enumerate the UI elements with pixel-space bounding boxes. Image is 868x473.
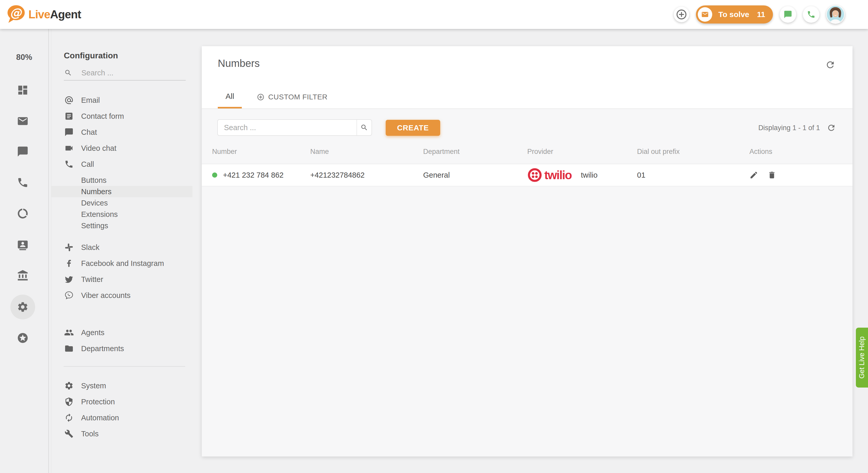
sidebar-item-extensions[interactable]: Extensions bbox=[52, 209, 192, 220]
bank-icon bbox=[17, 270, 29, 281]
sidebar-item-chat[interactable]: Chat bbox=[52, 124, 192, 140]
sidebar-item-protection[interactable]: Protection bbox=[52, 394, 192, 410]
sidebar-item-automation[interactable]: Automation bbox=[52, 410, 192, 426]
usage-percent: 80% bbox=[0, 53, 48, 62]
avatar-image bbox=[826, 5, 845, 24]
envelope-icon bbox=[17, 115, 29, 127]
sidebar-item-facebook-instagram[interactable]: Facebook and Instagram bbox=[52, 255, 192, 271]
item-label: Call bbox=[81, 160, 94, 169]
item-label: System bbox=[81, 382, 106, 390]
item-label: Video chat bbox=[81, 144, 117, 153]
sidebar-item-agents[interactable]: Agents bbox=[52, 325, 192, 341]
column-actions: Actions bbox=[749, 148, 842, 156]
rail-configuration[interactable] bbox=[10, 295, 35, 319]
sidebar-item-video-chat[interactable]: Video chat bbox=[52, 140, 192, 156]
user-avatar[interactable] bbox=[826, 5, 845, 24]
table-search-input[interactable] bbox=[218, 120, 356, 135]
rail-customers[interactable] bbox=[10, 233, 35, 258]
to-solve-label: To solve bbox=[718, 10, 749, 19]
row-provider: twilio bbox=[581, 171, 597, 179]
sidebar-item-devices[interactable]: Devices bbox=[52, 197, 192, 209]
envelope-icon bbox=[701, 10, 709, 18]
rail-tickets[interactable] bbox=[10, 109, 35, 133]
sidebar-item-departments[interactable]: Departments bbox=[52, 341, 192, 357]
to-solve-badge[interactable]: To solve 11 bbox=[696, 5, 773, 24]
sidebar-item-contact-form[interactable]: Contact form bbox=[52, 108, 192, 124]
row-department: General bbox=[423, 171, 527, 179]
facebook-icon bbox=[64, 259, 74, 268]
search-submit[interactable] bbox=[356, 120, 371, 135]
table-row[interactable]: +421 232 784 862 +421232784862 General t… bbox=[202, 164, 852, 187]
actions-cell bbox=[749, 171, 842, 179]
data-usage-icon bbox=[17, 208, 29, 219]
refresh-button[interactable] bbox=[825, 60, 835, 70]
panel-divider bbox=[64, 366, 185, 367]
rail-dashboard[interactable] bbox=[10, 78, 35, 102]
sidebar-item-tools[interactable]: Tools bbox=[52, 426, 192, 442]
refresh-icon[interactable] bbox=[827, 123, 836, 132]
item-label: Numbers bbox=[81, 188, 112, 196]
table-search bbox=[217, 119, 372, 136]
sidebar-item-buttons[interactable]: Buttons bbox=[52, 174, 192, 186]
sidebar-item-slack[interactable]: Slack bbox=[52, 239, 192, 255]
dashboard-icon bbox=[17, 84, 29, 96]
item-label: Twitter bbox=[81, 275, 103, 284]
page-title: Numbers bbox=[218, 58, 259, 69]
twilio-mark-icon bbox=[527, 168, 542, 182]
tab-all[interactable]: All bbox=[218, 92, 242, 109]
sidebar-item-twitter[interactable]: Twitter bbox=[52, 271, 192, 288]
sidebar-item-system[interactable]: System bbox=[52, 378, 192, 394]
to-solve-envelope-circle bbox=[698, 7, 712, 22]
at-email-icon bbox=[64, 96, 74, 105]
chat-bubble-icon bbox=[64, 128, 74, 137]
table-header: Number Name Department Provider Dial out… bbox=[202, 139, 852, 164]
sidebar-item-settings[interactable]: Settings bbox=[52, 220, 192, 231]
column-department: Department bbox=[423, 148, 527, 156]
rail-chats[interactable] bbox=[10, 139, 35, 164]
item-label: Devices bbox=[81, 199, 108, 207]
item-label: Tools bbox=[81, 430, 99, 438]
sidebar-item-numbers[interactable]: Numbers bbox=[52, 186, 192, 197]
item-label: Settings bbox=[81, 222, 108, 230]
sidebar-item-email[interactable]: Email bbox=[52, 92, 192, 108]
twitter-icon bbox=[64, 275, 74, 284]
provider-cell: twilio twilio bbox=[527, 168, 637, 182]
logo-live-text: Live bbox=[28, 8, 50, 21]
logo-wordmark: LiveAgent bbox=[28, 8, 81, 21]
wrench-icon bbox=[64, 429, 74, 438]
card-body: CREATE Displaying 1 - 1 of 1 Number Name… bbox=[202, 109, 852, 457]
star-circle-icon bbox=[17, 332, 29, 344]
folder-icon bbox=[64, 344, 74, 353]
get-live-help-label: Get Live Help bbox=[858, 336, 866, 379]
delete-trash-icon[interactable] bbox=[768, 171, 776, 179]
config-search-input[interactable] bbox=[82, 69, 180, 77]
number-cell: +421 232 784 862 bbox=[212, 171, 310, 179]
slack-icon bbox=[64, 243, 74, 252]
chat-bubble-icon bbox=[783, 10, 792, 19]
create-button[interactable]: CREATE bbox=[386, 120, 440, 136]
viber-icon bbox=[64, 291, 74, 300]
document-icon bbox=[64, 111, 74, 121]
people-icon bbox=[64, 328, 74, 337]
chats-button[interactable] bbox=[780, 6, 796, 23]
get-live-help-tab[interactable]: Get Live Help bbox=[856, 328, 868, 387]
item-label: Protection bbox=[81, 398, 115, 406]
tab-custom-filter[interactable]: CUSTOM FILTER bbox=[257, 93, 327, 109]
refresh-icon bbox=[825, 60, 835, 70]
sidebar-item-call[interactable]: Call bbox=[52, 156, 192, 172]
header-actions: To solve 11 bbox=[674, 0, 845, 29]
top-bar: @ LiveAgent To solve 11 bbox=[0, 0, 868, 29]
edit-pencil-icon[interactable] bbox=[749, 171, 758, 179]
rail-starred[interactable] bbox=[10, 326, 35, 350]
add-button[interactable] bbox=[674, 7, 689, 22]
rail-calls[interactable] bbox=[10, 170, 35, 195]
rail-billing[interactable] bbox=[10, 263, 35, 288]
phone-icon bbox=[17, 177, 29, 189]
search-icon bbox=[64, 69, 72, 77]
plus-circle-icon bbox=[676, 8, 687, 21]
calls-button[interactable] bbox=[803, 6, 819, 23]
rail-reports[interactable] bbox=[10, 201, 35, 226]
item-label: Slack bbox=[81, 243, 99, 252]
sidebar-item-viber[interactable]: Viber accounts bbox=[52, 288, 192, 303]
phone-icon bbox=[64, 160, 74, 169]
